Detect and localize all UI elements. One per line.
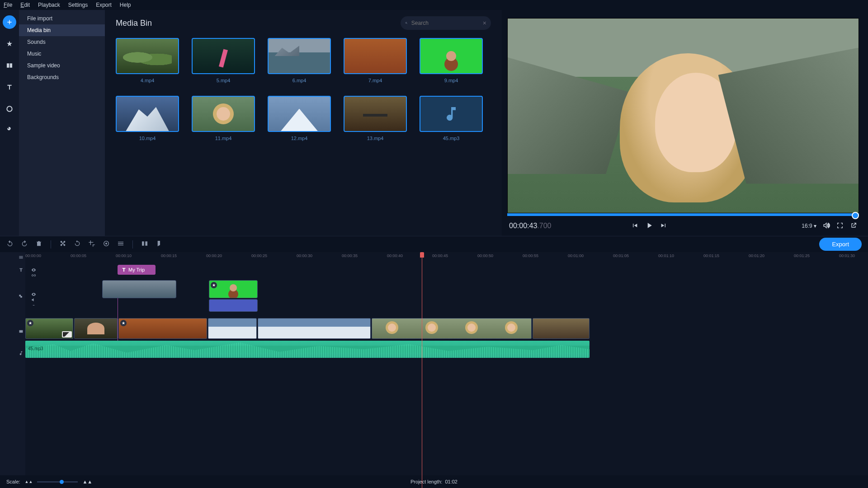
ruler-tick: 00:00:40 xyxy=(387,253,403,258)
sidebar-item-file-import[interactable]: File import xyxy=(19,13,105,24)
scale-slider[interactable] xyxy=(37,481,78,483)
menu-settings[interactable]: Settings xyxy=(68,2,88,8)
media-item[interactable]: 11.mp4 xyxy=(192,96,255,141)
add-track-icon[interactable] xyxy=(19,255,24,260)
ruler-tick: 00:00:30 xyxy=(297,253,312,258)
popout-icon[interactable] xyxy=(850,222,857,230)
aspect-ratio-selector[interactable]: 16:9 ▾ xyxy=(802,223,816,229)
menu-edit[interactable]: Edit xyxy=(20,2,30,8)
cut-icon[interactable] xyxy=(59,240,66,249)
track-headers xyxy=(0,252,25,488)
media-label: 45.mp3 xyxy=(443,136,460,141)
sidebar-item-music[interactable]: Music xyxy=(19,48,105,60)
rail-titles-icon[interactable] xyxy=(3,80,16,94)
search-clear-icon[interactable]: × xyxy=(483,19,486,27)
ruler-tick: 00:01:00 xyxy=(568,253,584,258)
media-label: 5.mp4 xyxy=(217,78,231,83)
sidebar-categories: File import Media bin Sounds Music Sampl… xyxy=(19,10,105,236)
ruler-tick: 00:00:35 xyxy=(342,253,358,258)
zoom-in-icon[interactable]: ▲▲ xyxy=(82,479,92,484)
ruler-tick: 00:00:05 xyxy=(71,253,86,258)
media-item[interactable]: 7.mp4 xyxy=(344,38,407,83)
rail-transitions-icon[interactable] xyxy=(3,59,16,72)
rotate-icon[interactable] xyxy=(74,240,81,249)
marker-icon[interactable] xyxy=(156,240,163,249)
color-icon[interactable] xyxy=(103,240,110,249)
timeline-toolbar: Export xyxy=(0,236,868,252)
video-clip[interactable] xyxy=(74,318,118,339)
sidebar-item-sounds[interactable]: Sounds xyxy=(19,36,105,48)
preview-scrubber[interactable] xyxy=(507,213,859,216)
play-icon[interactable] xyxy=(645,221,654,231)
audio-clip[interactable]: 45.mp3 xyxy=(25,341,590,358)
undo-icon[interactable] xyxy=(6,240,14,249)
export-button[interactable]: Export xyxy=(819,238,862,251)
star-badge-icon: ★ xyxy=(211,282,217,288)
video-clip[interactable]: ★ xyxy=(118,318,207,339)
media-item[interactable]: 5.mp4 xyxy=(192,38,255,83)
media-label: 6.mp4 xyxy=(292,78,307,83)
rail-stickers-icon[interactable] xyxy=(3,102,16,116)
menu-file[interactable]: File xyxy=(4,2,12,8)
media-item[interactable]: 6.mp4 xyxy=(268,38,331,83)
bin-title: Media Bin xyxy=(116,19,152,28)
media-item[interactable]: 4.mp4 xyxy=(116,38,179,83)
transition-icon[interactable] xyxy=(141,240,148,249)
scale-label: Scale: xyxy=(6,479,20,484)
delete-icon[interactable] xyxy=(35,240,42,249)
ruler-tick: 00:00:55 xyxy=(523,253,538,258)
title-clip[interactable]: My Trip xyxy=(118,265,156,276)
rail-tools-icon[interactable] xyxy=(3,124,16,137)
video-clip[interactable] xyxy=(208,318,257,339)
search-icon xyxy=(405,20,408,26)
timeline: 00:00:0000:00:0500:00:1000:00:1500:00:20… xyxy=(0,252,868,488)
search-input[interactable] xyxy=(411,20,479,26)
ruler-tick: 00:00:10 xyxy=(116,253,132,258)
media-item[interactable]: 12.mp4 xyxy=(268,96,331,141)
rail-effects-icon[interactable] xyxy=(3,37,16,51)
playhead[interactable] xyxy=(422,252,422,488)
media-item[interactable]: 10.mp4 xyxy=(116,96,179,141)
sidebar-item-backgrounds[interactable]: Backgrounds xyxy=(19,71,105,83)
star-badge-icon: ★ xyxy=(27,320,33,326)
overlay-clip-lake[interactable] xyxy=(102,280,176,298)
media-item[interactable]: 45.mp3 xyxy=(420,96,483,141)
redo-icon[interactable] xyxy=(21,240,28,249)
preview-panel: 00:00:43.700 16:9 ▾ xyxy=(502,10,868,236)
ruler-tick: 00:01:30 xyxy=(839,253,855,258)
search-wrap: × xyxy=(401,16,491,30)
overlay-clip-green[interactable]: ★ xyxy=(209,280,258,298)
menu-help[interactable]: Help xyxy=(120,2,131,8)
media-bin: Media Bin × 4.mp4 5.mp4 6.mp4 7.mp4 9.mp… xyxy=(105,10,502,236)
overlay-clip-blue[interactable] xyxy=(209,299,258,312)
media-label: 7.mp4 xyxy=(368,78,382,83)
video-clip[interactable] xyxy=(372,318,532,339)
preview-frame[interactable] xyxy=(507,18,859,213)
zoom-out-icon[interactable]: ▲▲ xyxy=(25,479,33,484)
timeline-ruler[interactable]: 00:00:0000:00:0500:00:1000:00:1500:00:20… xyxy=(25,252,868,261)
ruler-tick: 00:01:25 xyxy=(794,253,810,258)
fullscreen-icon[interactable] xyxy=(836,222,844,230)
ruler-tick: 00:01:20 xyxy=(749,253,764,258)
video-clip[interactable] xyxy=(258,318,371,339)
menu-export[interactable]: Export xyxy=(96,2,112,8)
media-item[interactable]: 13.mp4 xyxy=(344,96,407,141)
left-rail xyxy=(0,10,19,236)
properties-icon[interactable] xyxy=(117,240,124,249)
volume-icon[interactable] xyxy=(823,222,830,230)
timecode: 00:00:43.700 xyxy=(509,222,551,230)
prev-frame-icon[interactable] xyxy=(631,222,638,230)
ruler-tick: 00:00:20 xyxy=(206,253,222,258)
menu-playback[interactable]: Playback xyxy=(38,2,60,8)
crop-icon[interactable] xyxy=(88,240,95,249)
ruler-tick: 00:01:05 xyxy=(613,253,629,258)
svg-point-1 xyxy=(105,243,107,244)
media-item[interactable]: 9.mp4 xyxy=(420,38,483,83)
video-clip[interactable]: ★ xyxy=(25,318,73,339)
preview-image xyxy=(508,19,859,213)
rail-import-icon[interactable] xyxy=(3,15,16,29)
sidebar-item-sample-video[interactable]: Sample video xyxy=(19,60,105,71)
sidebar-item-media-bin[interactable]: Media bin xyxy=(19,24,105,36)
next-frame-icon[interactable] xyxy=(660,222,667,230)
video-clip[interactable] xyxy=(533,318,590,339)
